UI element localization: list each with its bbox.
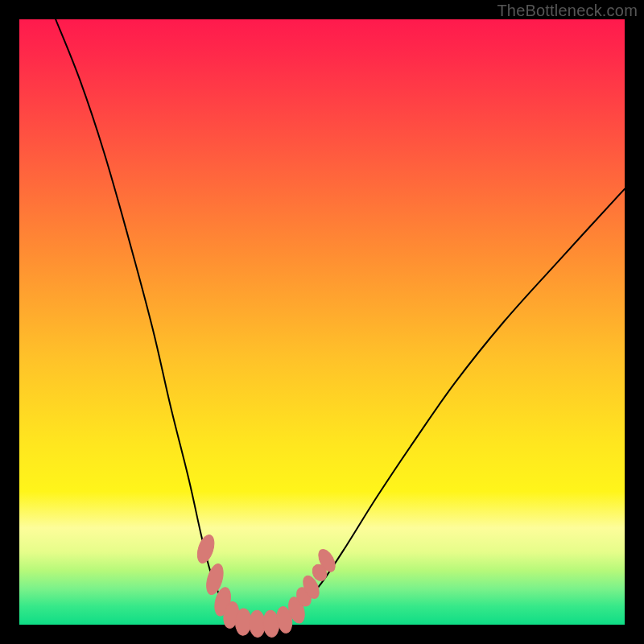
marker-0 <box>194 533 217 565</box>
chart-svg <box>19 19 625 625</box>
curves <box>56 19 625 624</box>
watermark-text: TheBottleneck.com <box>497 2 638 20</box>
series-left-curve <box>56 19 267 624</box>
markers <box>194 533 338 638</box>
chart-frame <box>19 19 625 625</box>
